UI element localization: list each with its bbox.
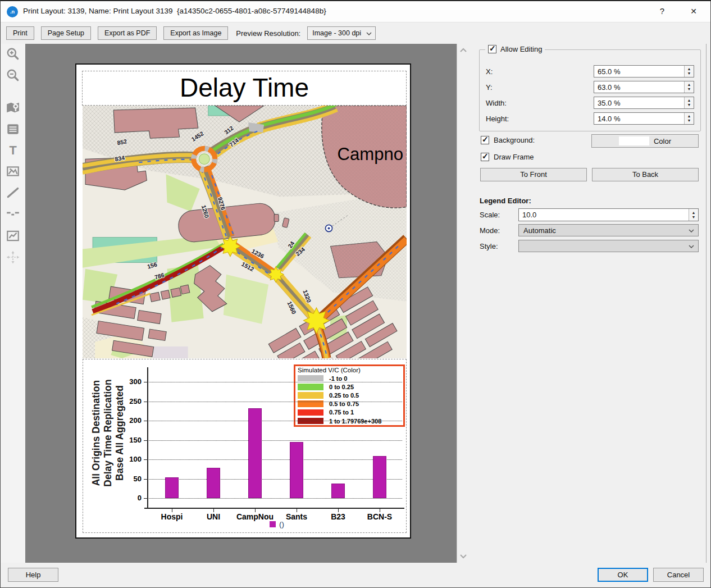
export-pdf-button[interactable]: Export as PDF — [98, 26, 157, 40]
y-tick-mark — [144, 440, 147, 441]
chart-icon[interactable] — [6, 229, 20, 243]
map-place-label: Campno — [338, 144, 404, 164]
allow-editing-group: ✓ Allow Editing X: 65.0 %▲▼ Y: 63.0 %▲▼ … — [479, 49, 701, 131]
x-tick-mark — [380, 509, 380, 512]
print-button[interactable]: Print — [6, 26, 34, 40]
bar — [331, 484, 345, 498]
text-icon[interactable]: T — [6, 143, 20, 158]
junction-star — [268, 267, 284, 282]
y-spinbox[interactable]: 63.0 %▲▼ — [594, 81, 694, 93]
canvas-scrollbar[interactable] — [457, 44, 469, 563]
draw-frame-label: Draw Frame — [494, 153, 534, 161]
close-icon[interactable]: ✕ — [685, 3, 703, 19]
mode-label: Mode: — [480, 226, 500, 235]
page-preview[interactable]: Delay Time — [75, 63, 411, 539]
y-tick-mark — [144, 498, 147, 499]
preview-resolution-select[interactable]: Image - 300 dpi — [307, 26, 376, 40]
background-row: ✓ Background: — [481, 136, 535, 144]
scale-spinbox[interactable]: 10.0▲▼ — [518, 208, 699, 221]
layout-canvas[interactable]: Delay Time — [25, 44, 457, 563]
x-tick-label: B23 — [317, 512, 359, 521]
spin-arrows-icon[interactable]: ▲▼ — [684, 81, 694, 93]
draw-frame-checkbox[interactable]: ✓ — [481, 153, 489, 161]
export-image-button[interactable]: Export as Image — [163, 26, 228, 40]
color-swatch — [619, 136, 649, 145]
legend-entry-label: 0.25 to 0.5 — [329, 392, 359, 399]
scale-label: Scale: — [480, 211, 500, 219]
x-tick-mark — [338, 509, 339, 512]
title-frame[interactable]: Delay Time — [82, 71, 407, 106]
table-icon[interactable] — [6, 122, 20, 136]
page-setup-button[interactable]: Page Setup — [41, 26, 91, 40]
legend-color-swatch — [298, 409, 323, 416]
gridline — [147, 498, 402, 499]
x-tick-label: Sants — [276, 512, 317, 521]
legend-color-swatch — [298, 392, 323, 399]
background-checkbox[interactable]: ✓ — [481, 136, 489, 144]
allow-editing-label: Allow Editing — [500, 45, 542, 53]
to-back-button[interactable]: To Back — [592, 168, 699, 181]
y-tick-label: 0 — [115, 494, 142, 502]
gridline — [147, 382, 402, 382]
map-legend-frame[interactable]: Simulated V/C (Color) -1 to 00 to 0.250.… — [294, 364, 405, 427]
zoom-out-icon[interactable] — [6, 68, 20, 83]
x-label: X: — [486, 67, 493, 76]
layout-tools: T — [1, 44, 25, 563]
fit-view-icon[interactable] — [6, 250, 20, 265]
titlebar[interactable]: .n Print Layout: 3139, Name: Print Layou… — [1, 1, 710, 22]
background-color-button[interactable]: Color — [591, 134, 699, 148]
ok-button[interactable]: OK — [598, 568, 648, 582]
mode-select[interactable]: Automatic — [518, 224, 699, 236]
style-label: Style: — [480, 242, 498, 250]
image-icon[interactable] — [6, 164, 20, 179]
scroll-up-icon[interactable] — [459, 46, 468, 55]
legend-color-swatch — [298, 375, 323, 382]
y-tick-mark — [144, 421, 147, 421]
chart-x-axis — [144, 508, 404, 509]
help-button[interactable]: Help — [8, 568, 58, 582]
x-tick-label: Hospi — [151, 512, 193, 521]
window-title: Print Layout: 3139, Name: Print Layout 3… — [23, 7, 326, 15]
y-label: Y: — [486, 83, 493, 92]
y-tick-label: 150 — [115, 436, 142, 444]
zoom-in-icon[interactable] — [6, 47, 20, 61]
width-label: Width: — [486, 99, 507, 107]
spin-arrows-icon[interactable]: ▲▼ — [684, 113, 694, 124]
line-icon[interactable] — [6, 185, 20, 200]
x-tick-mark — [297, 509, 297, 512]
cancel-button[interactable]: Cancel — [653, 568, 704, 582]
spin-arrows-icon[interactable]: ▲▼ — [689, 209, 698, 221]
scroll-down-icon[interactable] — [459, 551, 468, 560]
y-tick-mark — [144, 402, 147, 402]
allow-editing-checkbox[interactable]: ✓ — [488, 45, 496, 53]
x-tick-mark — [172, 509, 172, 512]
gridline — [147, 479, 402, 480]
height-spinbox[interactable]: 14.0 %▲▼ — [594, 112, 694, 125]
map-layers-icon[interactable] — [6, 101, 20, 115]
legend-entry-label: 0 to 0.25 — [329, 384, 354, 390]
help-icon[interactable]: ? — [653, 3, 671, 19]
bar — [290, 442, 303, 498]
bar — [165, 477, 179, 498]
x-tick-label: CampNou — [234, 512, 276, 521]
spin-arrows-icon[interactable]: ▲▼ — [684, 66, 694, 77]
style-select[interactable] — [518, 240, 699, 252]
junction-star — [220, 236, 240, 257]
y-tick-mark — [144, 479, 147, 480]
chart-frame[interactable]: All Origins DestinationDelay Time Replic… — [83, 359, 407, 533]
legend-entry: 0 to 0.25 — [298, 382, 403, 391]
gridline — [147, 421, 402, 421]
map-view[interactable]: Campno 852834145231271492761260123615122… — [83, 106, 407, 358]
print-layout-dialog: .n Print Layout: 3139, Name: Print Layou… — [0, 0, 711, 588]
gridline — [147, 459, 402, 460]
dashed-line-icon[interactable] — [6, 206, 20, 221]
spin-arrows-icon[interactable]: ▲▼ — [684, 97, 694, 108]
to-front-button[interactable]: To Front — [480, 168, 587, 181]
x-spinbox[interactable]: 65.0 %▲▼ — [594, 65, 694, 78]
width-spinbox[interactable]: 35.0 %▲▼ — [594, 97, 694, 109]
legend-entry-label: -1 to 0 — [329, 375, 347, 382]
preview-resolution-label: Preview Resolution: — [236, 29, 300, 38]
legend-entry: 0.25 to 0.5 — [298, 391, 403, 399]
properties-panel: ✓ Allow Editing X: 65.0 %▲▼ Y: 63.0 %▲▼ … — [475, 44, 707, 563]
background-label: Background: — [494, 136, 535, 144]
